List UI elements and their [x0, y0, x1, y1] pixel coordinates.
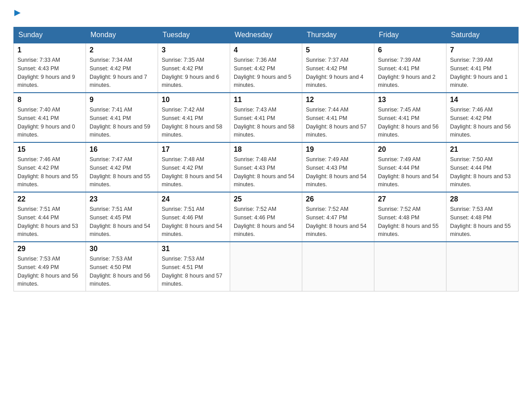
calendar-cell: 31Sunrise: 7:53 AMSunset: 4:51 PMDayligh… [158, 242, 230, 291]
calendar-cell: 27Sunrise: 7:52 AMSunset: 4:48 PMDayligh… [374, 192, 446, 242]
day-info: Sunrise: 7:48 AMSunset: 4:42 PMDaylight:… [162, 155, 226, 189]
calendar-week-row: 29Sunrise: 7:53 AMSunset: 4:49 PMDayligh… [14, 242, 519, 291]
column-header-sunday: Sunday [14, 27, 86, 43]
calendar-cell: 16Sunrise: 7:47 AMSunset: 4:42 PMDayligh… [86, 142, 158, 192]
day-number: 12 [306, 96, 370, 104]
calendar-cell [230, 242, 302, 291]
day-info: Sunrise: 7:37 AMSunset: 4:42 PMDaylight:… [306, 56, 370, 90]
day-number: 4 [234, 46, 298, 54]
day-number: 8 [17, 96, 82, 104]
column-header-thursday: Thursday [302, 27, 374, 43]
calendar-cell: 26Sunrise: 7:52 AMSunset: 4:47 PMDayligh… [302, 192, 374, 242]
day-number: 21 [450, 146, 515, 154]
calendar-cell: 19Sunrise: 7:49 AMSunset: 4:43 PMDayligh… [302, 142, 374, 192]
day-number: 2 [90, 46, 154, 54]
calendar-cell: 2Sunrise: 7:34 AMSunset: 4:42 PMDaylight… [86, 43, 158, 93]
day-number: 26 [306, 195, 370, 203]
calendar-header-row: SundayMondayTuesdayWednesdayThursdayFrid… [14, 27, 519, 43]
day-info: Sunrise: 7:51 AMSunset: 4:44 PMDaylight:… [17, 205, 82, 239]
day-number: 9 [90, 96, 154, 104]
calendar-cell: 1Sunrise: 7:33 AMSunset: 4:43 PMDaylight… [14, 43, 86, 93]
day-number: 22 [17, 195, 82, 203]
day-info: Sunrise: 7:33 AMSunset: 4:43 PMDaylight:… [17, 56, 82, 90]
day-number: 24 [162, 195, 226, 203]
column-header-saturday: Saturday [446, 27, 519, 43]
day-info: Sunrise: 7:35 AMSunset: 4:42 PMDaylight:… [162, 56, 226, 90]
calendar-cell: 5Sunrise: 7:37 AMSunset: 4:42 PMDaylight… [302, 43, 374, 93]
day-info: Sunrise: 7:50 AMSunset: 4:44 PMDaylight:… [450, 155, 515, 189]
day-info: Sunrise: 7:53 AMSunset: 4:51 PMDaylight:… [162, 255, 226, 288]
day-number: 17 [162, 146, 226, 154]
day-info: Sunrise: 7:53 AMSunset: 4:48 PMDaylight:… [450, 205, 515, 239]
calendar-cell: 8Sunrise: 7:40 AMSunset: 4:41 PMDaylight… [14, 93, 86, 142]
day-number: 29 [17, 245, 82, 253]
calendar-cell: 6Sunrise: 7:39 AMSunset: 4:41 PMDaylight… [374, 43, 446, 93]
day-info: Sunrise: 7:42 AMSunset: 4:41 PMDaylight:… [162, 106, 226, 139]
calendar-cell: 15Sunrise: 7:46 AMSunset: 4:42 PMDayligh… [14, 142, 86, 192]
column-header-wednesday: Wednesday [230, 27, 302, 43]
calendar-cell [302, 242, 374, 291]
page-header [13, 9, 519, 18]
calendar-cell: 7Sunrise: 7:39 AMSunset: 4:41 PMDaylight… [446, 43, 519, 93]
day-number: 11 [234, 96, 298, 104]
logo-arrow-icon [14, 9, 22, 17]
day-number: 27 [378, 195, 442, 203]
day-number: 30 [90, 245, 154, 253]
day-number: 15 [17, 146, 82, 154]
day-info: Sunrise: 7:39 AMSunset: 4:41 PMDaylight:… [450, 56, 515, 90]
calendar-cell: 29Sunrise: 7:53 AMSunset: 4:49 PMDayligh… [14, 242, 86, 291]
calendar-cell [446, 242, 519, 291]
calendar-cell [374, 242, 446, 291]
day-info: Sunrise: 7:49 AMSunset: 4:43 PMDaylight:… [306, 155, 370, 189]
day-info: Sunrise: 7:45 AMSunset: 4:41 PMDaylight:… [378, 106, 442, 139]
day-info: Sunrise: 7:41 AMSunset: 4:41 PMDaylight:… [90, 106, 154, 139]
calendar-week-row: 1Sunrise: 7:33 AMSunset: 4:43 PMDaylight… [14, 43, 519, 93]
calendar-cell: 22Sunrise: 7:51 AMSunset: 4:44 PMDayligh… [14, 192, 86, 242]
svg-marker-0 [14, 10, 21, 16]
day-number: 25 [234, 195, 298, 203]
calendar-table: SundayMondayTuesdayWednesdayThursdayFrid… [13, 27, 519, 291]
day-number: 23 [90, 195, 154, 203]
day-info: Sunrise: 7:52 AMSunset: 4:48 PMDaylight:… [378, 205, 442, 239]
day-number: 5 [306, 46, 370, 54]
calendar-cell: 10Sunrise: 7:42 AMSunset: 4:41 PMDayligh… [158, 93, 230, 142]
day-info: Sunrise: 7:43 AMSunset: 4:41 PMDaylight:… [234, 106, 298, 139]
calendar-cell: 28Sunrise: 7:53 AMSunset: 4:48 PMDayligh… [446, 192, 519, 242]
day-info: Sunrise: 7:46 AMSunset: 4:42 PMDaylight:… [450, 106, 515, 139]
calendar-cell: 30Sunrise: 7:53 AMSunset: 4:50 PMDayligh… [86, 242, 158, 291]
day-info: Sunrise: 7:46 AMSunset: 4:42 PMDaylight:… [17, 155, 82, 189]
calendar-cell: 4Sunrise: 7:36 AMSunset: 4:42 PMDaylight… [230, 43, 302, 93]
day-number: 31 [162, 245, 226, 253]
calendar-cell: 13Sunrise: 7:45 AMSunset: 4:41 PMDayligh… [374, 93, 446, 142]
day-number: 28 [450, 195, 515, 203]
day-info: Sunrise: 7:53 AMSunset: 4:49 PMDaylight:… [17, 255, 82, 288]
calendar-cell: 9Sunrise: 7:41 AMSunset: 4:41 PMDaylight… [86, 93, 158, 142]
day-info: Sunrise: 7:51 AMSunset: 4:45 PMDaylight:… [90, 205, 154, 239]
day-info: Sunrise: 7:40 AMSunset: 4:41 PMDaylight:… [17, 106, 82, 139]
day-number: 6 [378, 46, 442, 54]
day-info: Sunrise: 7:52 AMSunset: 4:46 PMDaylight:… [234, 205, 298, 239]
day-info: Sunrise: 7:36 AMSunset: 4:42 PMDaylight:… [234, 56, 298, 90]
day-number: 3 [162, 46, 226, 54]
logo [13, 9, 22, 18]
day-info: Sunrise: 7:49 AMSunset: 4:44 PMDaylight:… [378, 155, 442, 189]
day-info: Sunrise: 7:51 AMSunset: 4:46 PMDaylight:… [162, 205, 226, 239]
day-number: 10 [162, 96, 226, 104]
day-info: Sunrise: 7:52 AMSunset: 4:47 PMDaylight:… [306, 205, 370, 239]
day-info: Sunrise: 7:53 AMSunset: 4:50 PMDaylight:… [90, 255, 154, 288]
calendar-week-row: 15Sunrise: 7:46 AMSunset: 4:42 PMDayligh… [14, 142, 519, 192]
day-number: 14 [450, 96, 515, 104]
day-number: 18 [234, 146, 298, 154]
day-info: Sunrise: 7:47 AMSunset: 4:42 PMDaylight:… [90, 155, 154, 189]
day-number: 1 [17, 46, 82, 54]
day-number: 13 [378, 96, 442, 104]
calendar-cell: 11Sunrise: 7:43 AMSunset: 4:41 PMDayligh… [230, 93, 302, 142]
calendar-week-row: 22Sunrise: 7:51 AMSunset: 4:44 PMDayligh… [14, 192, 519, 242]
calendar-cell: 3Sunrise: 7:35 AMSunset: 4:42 PMDaylight… [158, 43, 230, 93]
day-number: 19 [306, 146, 370, 154]
column-header-friday: Friday [374, 27, 446, 43]
calendar-cell: 14Sunrise: 7:46 AMSunset: 4:42 PMDayligh… [446, 93, 519, 142]
day-number: 7 [450, 46, 515, 54]
calendar-cell: 24Sunrise: 7:51 AMSunset: 4:46 PMDayligh… [158, 192, 230, 242]
day-info: Sunrise: 7:48 AMSunset: 4:43 PMDaylight:… [234, 155, 298, 189]
